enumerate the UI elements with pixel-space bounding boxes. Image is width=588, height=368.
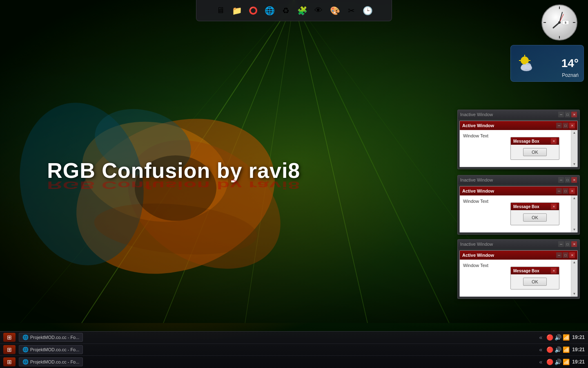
toolbar-puzzle-icon[interactable]: 🧩 bbox=[295, 3, 310, 18]
inactive-window-2: Inactive Window ─ □ ✕ Active Window ─ □ … bbox=[457, 175, 580, 235]
start-button-2[interactable]: ⊞ bbox=[3, 345, 16, 354]
start-button-3[interactable]: ⊞ bbox=[3, 357, 16, 366]
message-box-1: Message Box ✕ OK bbox=[510, 137, 559, 160]
message-box-title-1: Message Box ✕ bbox=[511, 137, 559, 145]
toolbar-eye-icon[interactable]: 👁 bbox=[311, 3, 326, 18]
minimize-btn-active-3[interactable]: ─ bbox=[556, 252, 562, 258]
window-content-1: Window Text Message Box ✕ OK bbox=[460, 130, 577, 167]
tray-icons-3: 🔴 🔊 📶 bbox=[546, 359, 570, 365]
win-controls-active-2: ─ □ ✕ bbox=[556, 188, 575, 194]
taskbar-arrows-3[interactable]: « bbox=[539, 359, 543, 365]
theme-preview-2: Inactive Window ─ □ ✕ Active Window ─ □ … bbox=[457, 175, 580, 235]
active-title-text-1: Active Window bbox=[462, 123, 494, 128]
taskbar-window-btn-3[interactable]: 🌐 ProjektMOD.co.cc - Fo... bbox=[19, 357, 83, 366]
weather-widget: 14° Poznań bbox=[510, 45, 584, 82]
close-btn-active-1[interactable]: ✕ bbox=[569, 123, 575, 128]
scroll-up-1[interactable]: ▲ bbox=[572, 130, 577, 135]
inactive-title-text-1: Inactive Window bbox=[460, 112, 493, 117]
scroll-down-2[interactable]: ▼ bbox=[572, 227, 577, 232]
minimize-btn-active-1[interactable]: ─ bbox=[556, 123, 562, 128]
svg-point-23 bbox=[558, 21, 561, 24]
ok-button-3[interactable]: OK bbox=[523, 278, 547, 286]
minimize-btn-1[interactable]: ─ bbox=[558, 112, 564, 117]
clock-widget: 5 bbox=[541, 4, 582, 45]
msgbox-close-3[interactable]: ✕ bbox=[551, 268, 557, 274]
maximize-btn-active-2[interactable]: □ bbox=[563, 188, 568, 194]
desktop: RGB Confusion by ravi8 RGB Confusion by … bbox=[0, 0, 588, 368]
active-window-2: Active Window ─ □ ✕ Window Text Message … bbox=[459, 186, 578, 233]
maximize-btn-active-3[interactable]: □ bbox=[563, 252, 568, 258]
taskbar-row-3: ⊞ 🌐 ProjektMOD.co.cc - Fo... « 🔴 🔊 📶 19:… bbox=[0, 356, 588, 368]
win-controls-inactive-3: ─ □ ✕ bbox=[558, 241, 577, 247]
start-button-1[interactable]: ⊞ bbox=[3, 333, 16, 342]
tray-icon-3a[interactable]: 🔴 bbox=[546, 359, 553, 365]
taskbar-arrows-1[interactable]: « bbox=[539, 334, 543, 341]
ok-button-1[interactable]: OK bbox=[523, 148, 547, 156]
maximize-btn-active-1[interactable]: □ bbox=[563, 123, 568, 128]
weather-city: Poznań bbox=[562, 72, 579, 78]
tray-icon-1a[interactable]: 🔴 bbox=[546, 334, 553, 341]
taskbar-right-3: « 🔴 🔊 📶 19:21 bbox=[539, 359, 585, 365]
start-icon-3: ⊞ bbox=[7, 359, 12, 365]
message-box-title-2: Message Box ✕ bbox=[511, 203, 559, 210]
toolbar-clock-icon[interactable]: 🕒 bbox=[360, 3, 375, 18]
tray-icon-1c[interactable]: 📶 bbox=[563, 334, 570, 341]
tray-icon-2a[interactable]: 🔴 bbox=[546, 346, 553, 353]
taskbar-window-btn-2[interactable]: 🌐 ProjektMOD.co.cc - Fo... bbox=[19, 345, 83, 354]
toolbar-opera-icon[interactable]: ⭕ bbox=[246, 3, 261, 18]
scrollbar-1[interactable]: ▲ ▼ bbox=[571, 130, 577, 167]
window-text-label-2: Window Text bbox=[460, 195, 492, 232]
maximize-btn-2[interactable]: □ bbox=[565, 177, 570, 183]
msgbox-close-1[interactable]: ✕ bbox=[551, 138, 557, 144]
close-btn-3[interactable]: ✕ bbox=[571, 241, 577, 247]
minimize-btn-active-2[interactable]: ─ bbox=[556, 188, 562, 194]
ok-button-2[interactable]: OK bbox=[523, 213, 547, 222]
toolbar-folder-icon[interactable]: 📁 bbox=[229, 3, 244, 18]
win-controls-inactive-1: ─ □ ✕ bbox=[558, 112, 577, 117]
tray-icons-2: 🔴 🔊 📶 bbox=[546, 346, 570, 353]
scrollbar-2[interactable]: ▲ ▼ bbox=[571, 195, 577, 232]
taskbar-row-2: ⊞ 🌐 ProjektMOD.co.cc - Fo... « 🔴 🔊 📶 19:… bbox=[0, 344, 588, 356]
toolbar-recycle-icon[interactable]: ♻ bbox=[278, 3, 293, 18]
close-btn-active-3[interactable]: ✕ bbox=[569, 252, 575, 258]
toolbar-scissors-icon[interactable]: ✂ bbox=[344, 3, 359, 18]
window-label-1: ProjektMOD.co.cc - Fo... bbox=[30, 335, 79, 340]
msgbox-close-2[interactable]: ✕ bbox=[551, 204, 557, 209]
tray-icon-1b[interactable]: 🔊 bbox=[555, 334, 561, 341]
toolbar-ie-icon[interactable]: 🌐 bbox=[262, 3, 277, 18]
taskbar-arrows-2[interactable]: « bbox=[539, 346, 543, 353]
scroll-up-3[interactable]: ▲ bbox=[572, 260, 577, 265]
scroll-down-3[interactable]: ▼ bbox=[572, 291, 577, 296]
window-content-2: Window Text Message Box ✕ OK bbox=[460, 195, 577, 232]
tray-icon-2c[interactable]: 📶 bbox=[563, 346, 570, 353]
active-title-bar-1: Active Window ─ □ ✕ bbox=[460, 121, 577, 130]
tray-icon-3b[interactable]: 🔊 bbox=[555, 359, 561, 365]
toolbar-computer-icon[interactable]: 🖥 bbox=[213, 3, 228, 18]
message-box-body-2: OK bbox=[511, 210, 559, 225]
minimize-btn-2[interactable]: ─ bbox=[558, 177, 564, 183]
minimize-btn-3[interactable]: ─ bbox=[558, 241, 564, 247]
close-btn-2[interactable]: ✕ bbox=[571, 177, 577, 183]
tray-icon-2b[interactable]: 🔊 bbox=[555, 346, 561, 353]
win-controls-active-1: ─ □ ✕ bbox=[556, 123, 575, 128]
theme-preview-3: Inactive Window ─ □ ✕ Active Window ─ □ … bbox=[457, 239, 580, 299]
window-content-3: Window Text Message Box ✕ OK bbox=[460, 260, 577, 296]
window-label-2: ProjektMOD.co.cc - Fo... bbox=[30, 347, 79, 352]
message-box-2: Message Box ✕ OK bbox=[510, 202, 559, 225]
scroll-down-1[interactable]: ▼ bbox=[572, 162, 577, 167]
toolbar-paint-icon[interactable]: 🎨 bbox=[327, 3, 342, 18]
tray-icons-1: 🔴 🔊 📶 bbox=[546, 334, 570, 341]
tray-icon-3c[interactable]: 📶 bbox=[563, 359, 570, 365]
close-btn-1[interactable]: ✕ bbox=[571, 112, 577, 117]
maximize-btn-3[interactable]: □ bbox=[565, 241, 570, 247]
taskbar-window-btn-1[interactable]: 🌐 ProjektMOD.co.cc - Fo... bbox=[19, 333, 83, 342]
scroll-up-2[interactable]: ▲ bbox=[572, 195, 577, 201]
inactive-title-bar-1: Inactive Window ─ □ ✕ bbox=[458, 110, 579, 119]
active-window-1: Active Window ─ □ ✕ Window Text Message … bbox=[459, 121, 578, 167]
inactive-title-bar-3: Inactive Window ─ □ ✕ bbox=[458, 240, 579, 249]
close-btn-active-2[interactable]: ✕ bbox=[569, 188, 575, 194]
maximize-btn-1[interactable]: □ bbox=[565, 112, 570, 117]
theme-preview-1: Inactive Window ─ □ ✕ Active Window ─ □ … bbox=[457, 110, 580, 169]
scrollbar-3[interactable]: ▲ ▼ bbox=[571, 260, 577, 296]
window-icon-2: 🌐 bbox=[22, 347, 29, 352]
